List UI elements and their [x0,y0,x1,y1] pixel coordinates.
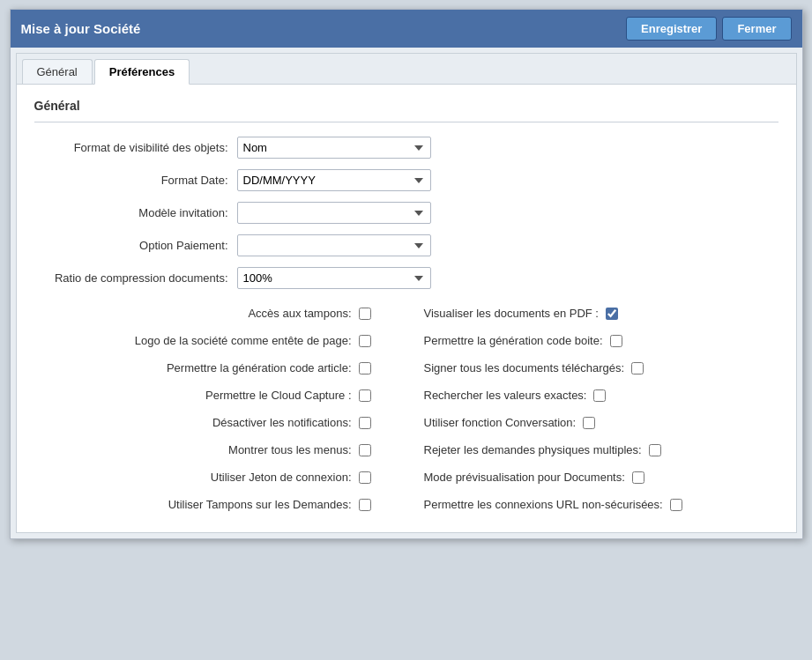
checkbox-row-codeboite-right: Permettre la génération code boite: [406,327,778,354]
label-logo: Logo de la société comme entête de page: [135,334,352,347]
checkbox-grid-row1: Accès aux tampons: Visualiser les docume… [34,300,778,327]
checkbox-codearticle[interactable] [359,362,371,374]
label-cloud: Permettre le Cloud Capture : [205,389,351,402]
checkbox-row-codearticle-left: Permettre la génération code article: [34,354,406,382]
form-row-invitation: Modèle invitation: [34,202,778,224]
section-divider [34,122,778,122]
tab-general[interactable]: Général [22,59,93,84]
label-notif: Désactiver les notifications: [212,416,352,429]
checkbox-row-conversation-right: Utiliser fonction Conversation: [406,409,778,436]
checkbox-exactes[interactable] [593,389,606,402]
checkbox-row-cloud-left: Permettre le Cloud Capture : [34,382,406,409]
checkbox-grid-row5: Désactiver les notifications: Utiliser f… [34,409,778,436]
label-url: Permettre les connexions URL non-sécuris… [424,498,663,511]
tab-content: Général Format de visibilité des objets:… [17,85,796,532]
checkbox-row-exactes-right: Rechercher les valeurs exactes: [406,382,778,409]
checkbox-grid-row2: Logo de la société comme entête de page:… [34,327,778,354]
checkbox-grid-row7: Utiliser Jeton de connexion: Mode prévis… [34,463,778,491]
checkbox-jeton[interactable] [359,471,371,484]
checkbox-rejeter[interactable] [649,444,661,456]
dialog-header: Mise à jour Société Enregistrer Fermer [11,10,802,48]
label-conversation: Utiliser fonction Conversation: [424,416,577,429]
dialog-container: Mise à jour Société Enregistrer Fermer G… [10,9,803,539]
select-payment[interactable] [237,234,431,256]
checkbox-preview[interactable] [632,471,644,484]
dialog-title: Mise à jour Société [21,21,141,36]
form-row-compression: Ratio de compression documents: 100% 75%… [34,267,778,289]
checkbox-logo[interactable] [359,335,371,347]
label-jeton: Utiliser Jeton de connexion: [211,471,352,484]
checkbox-grid-row6: Montrer tous les menus: Rejeter les dema… [34,436,778,463]
label-date: Format Date: [34,174,237,187]
label-pdf: Visualiser les documents en PDF : [424,307,599,320]
label-exactes: Rechercher les valeurs exactes: [424,389,587,402]
checkbox-row-rejeter-right: Rejeter les demandes physiques multiples… [406,436,778,463]
header-buttons: Enregistrer Fermer [626,17,791,41]
checkbox-row-pdf-right: Visualiser les documents en PDF : [406,300,778,327]
checkbox-row-jeton-left: Utiliser Jeton de connexion: [34,463,406,491]
section-title: Général [34,99,778,113]
checkbox-pdf[interactable] [606,308,618,320]
label-preview: Mode prévisualisation pour Documents: [424,471,625,484]
checkbox-url[interactable] [670,499,682,511]
select-invitation[interactable] [237,202,431,224]
label-invitation: Modèle invitation: [34,206,237,219]
dialog-body: Général Préférences Général Format de vi… [16,53,797,533]
checkbox-row-signer-right: Signer tous les documents téléchargés: [406,354,778,382]
select-date[interactable]: DD/MM/YYYY MM/DD/YYYY YYYY/MM/DD [237,169,431,191]
dialog: Mise à jour Société Enregistrer Fermer G… [10,9,803,539]
checkboxes-section: Accès aux tampons: Visualiser les docume… [34,300,778,518]
checkbox-tampons2[interactable] [359,499,371,511]
label-rejeter: Rejeter les demandes physiques multiples… [424,443,642,456]
label-payment: Option Paiement: [34,239,237,252]
close-button[interactable]: Fermer [722,17,791,41]
checkbox-menus[interactable] [359,444,371,456]
tab-preferences[interactable]: Préférences [94,59,190,85]
checkbox-codeboite[interactable] [610,335,622,347]
label-compression: Ratio de compression documents: [34,271,237,285]
select-compression[interactable]: 100% 75% 50% [237,267,431,289]
form-row-date: Format Date: DD/MM/YYYY MM/DD/YYYY YYYY/… [34,169,778,191]
label-codearticle: Permettre la génération code article: [167,361,352,374]
checkbox-grid-row8: Utiliser Tampons sur les Demandes: Perme… [34,491,778,518]
checkbox-notif[interactable] [359,417,371,429]
save-button[interactable]: Enregistrer [626,17,717,41]
label-menus: Montrer tous les menus: [228,443,351,456]
form-row-visibility: Format de visibilité des objets: Nom Cod… [34,137,778,159]
checkbox-grid-row4: Permettre le Cloud Capture : Rechercher … [34,382,778,409]
form-row-payment: Option Paiement: [34,234,778,256]
checkbox-row-logo-left: Logo de la société comme entête de page: [34,327,406,354]
select-visibility[interactable]: Nom Code Nom et Code [237,137,431,159]
checkbox-row-tampons2-left: Utiliser Tampons sur les Demandes: [34,491,406,518]
checkbox-row-preview-right: Mode prévisualisation pour Documents: [406,463,778,491]
tabs-container: Général Préférences [17,54,796,85]
label-tampons: Accès aux tampons: [248,307,351,320]
label-signer: Signer tous les documents téléchargés: [424,361,625,374]
checkbox-row-menus-left: Montrer tous les menus: [34,436,406,463]
checkbox-cloud[interactable] [359,389,371,402]
checkbox-conversation[interactable] [583,417,595,429]
checkbox-grid-row3: Permettre la génération code article: Si… [34,354,778,382]
checkbox-signer[interactable] [631,362,644,374]
label-tampons2: Utiliser Tampons sur les Demandes: [168,498,352,511]
checkbox-row-url-right: Permettre les connexions URL non-sécuris… [406,491,778,518]
checkbox-row-notif-left: Désactiver les notifications: [34,409,406,436]
label-codeboite: Permettre la génération code boite: [424,334,603,347]
label-visibility: Format de visibilité des objets: [34,141,237,154]
checkbox-tampons[interactable] [359,308,371,320]
checkbox-row-tampons-left: Accès aux tampons: [34,300,406,327]
